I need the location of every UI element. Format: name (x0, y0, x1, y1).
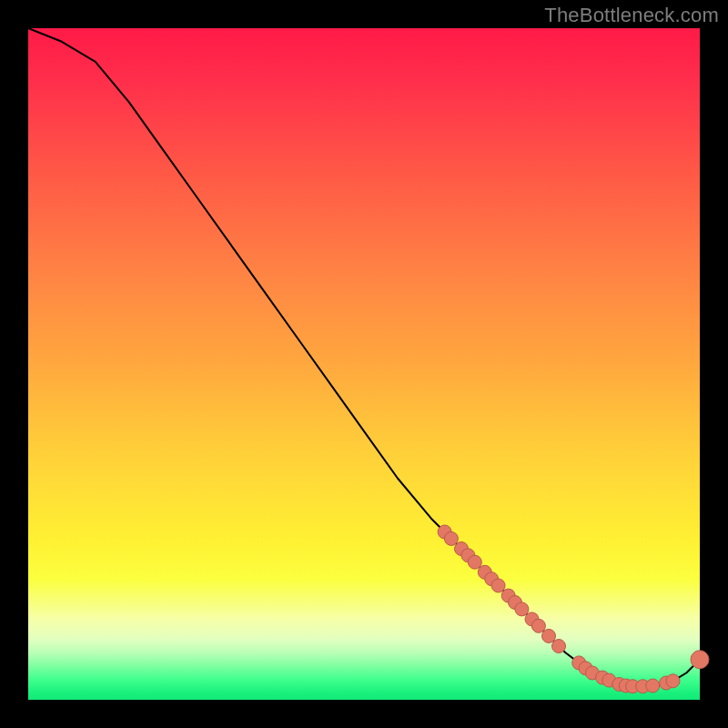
data-point (542, 629, 556, 642)
plot-area (28, 28, 700, 700)
data-point (531, 619, 545, 632)
data-point (444, 531, 458, 545)
data-point (491, 579, 505, 592)
data-point (666, 674, 680, 688)
data-point (646, 679, 660, 693)
data-point (468, 555, 481, 569)
bottleneck-curve (28, 28, 700, 686)
marker-dots (438, 525, 709, 693)
watermark-text: TheBottleneck.com (544, 4, 719, 27)
data-point (515, 602, 529, 616)
data-point (691, 651, 709, 669)
data-point (552, 640, 566, 653)
curve-svg (28, 28, 700, 700)
chart-frame: TheBottleneck.com (0, 0, 728, 728)
